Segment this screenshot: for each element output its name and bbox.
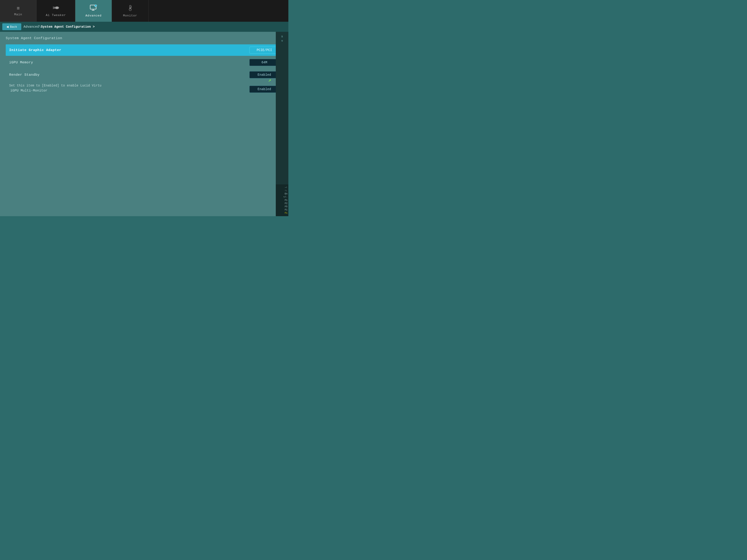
tab-monitor[interactable]: Monitor [112,0,149,22]
shortcut-arrows: →↑ [277,186,287,189]
breadcrumb-prefix: Advanced\ [24,25,41,29]
initiate-graphic-adapter-label: Initiate Graphic Adapter [9,48,61,52]
shortcuts-panel: →↑ ↑↓ En +/- F1 F2 F5 F1 F1 [276,184,288,216]
settings-row-igpu-memory[interactable]: iGPU Memory 64M [6,57,283,68]
igpu-memory-value[interactable]: 64M [250,59,279,66]
tab-monitor-label: Monitor [123,14,137,18]
svg-point-1 [56,7,58,8]
tab-advanced[interactable]: i Advanced [75,0,112,22]
ai-tweaker-icon [52,5,59,12]
main-icon: ≡ [17,6,20,11]
shortcut-f2: F2 [277,202,287,205]
breadcrumb-path: Advanced\System Agent Configuration > [24,25,95,29]
igpu-multi-monitor-description: Set this item to [Enabled] to enable Luc… [9,84,101,87]
settings-row-initiate-graphic-adapter[interactable]: Initiate Graphic Adapter PCIE/PCI [6,44,283,56]
right-hint-s: S [281,35,283,38]
back-arrow-icon: ◀ [6,25,9,29]
shortcut-f1: F1 [277,199,287,202]
back-button[interactable]: ◀ Back [2,23,21,30]
svg-line-4 [53,8,56,9]
svg-line-2 [53,7,56,7]
tab-ai-tweaker[interactable]: Ai Tweaker [36,0,75,22]
igpu-multi-monitor-label: iGPU Multi-Monitor [9,89,101,92]
shortcut-ud: ↑↓ [277,189,287,192]
section-title: System Agent Configuration [6,36,283,40]
tab-main[interactable]: ≡ Main [0,0,36,22]
igpu-multi-monitor-left: Set this item to [Enabled] to enable Luc… [9,84,101,92]
right-hint-u: u [281,39,283,42]
breadcrumb-current: System Agent Configuration > [41,25,95,29]
shortcut-plusminus: +/- [277,196,287,198]
shortcut-f5: F5 [277,206,287,208]
igpu-multi-monitor-value[interactable]: Enabled [250,86,279,92]
main-content: System Agent Configuration Initiate Grap… [0,32,288,216]
tab-advanced-label: Advanced [85,14,101,18]
monitor-icon [126,5,134,12]
shortcut-enter: En [277,193,287,195]
nav-bar: ≡ Main Ai Tweaker i Advan [0,0,288,22]
tab-ai-tweaker-label: Ai Tweaker [46,14,66,17]
shortcut-f10: F1 [277,209,287,211]
settings-row-igpu-multi-monitor[interactable]: Set this item to [Enabled] to enable Luc… [6,81,283,95]
svg-point-8 [95,5,97,7]
igpu-memory-label: iGPU Memory [9,61,33,64]
initiate-graphic-adapter-value[interactable]: PCIE/PCI [250,47,279,54]
settings-row-render-standby[interactable]: Render Standby Enabled [6,69,283,81]
shortcut-f12: F1 [277,212,287,214]
back-label: Back [10,25,17,29]
render-standby-value[interactable]: Enabled [250,71,279,78]
breadcrumb-bar: ◀ Back Advanced\System Agent Configurati… [0,22,288,32]
advanced-icon: i [89,5,98,12]
tab-main-label: Main [14,13,22,16]
render-standby-label: Render Standby [9,73,40,77]
settings-table: Initiate Graphic Adapter PCIE/PCI iGPU M… [6,44,283,95]
